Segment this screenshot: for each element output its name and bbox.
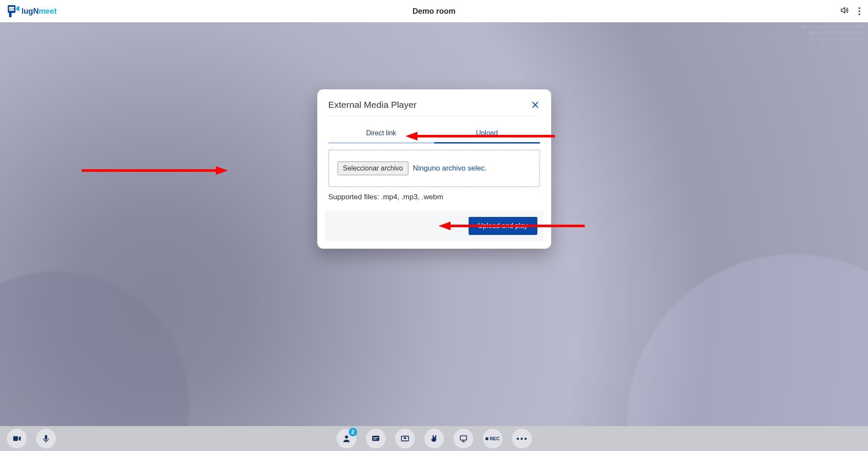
- close-icon[interactable]: [531, 100, 540, 110]
- tab-bar: Direct link Upload: [328, 125, 540, 144]
- file-dropzone[interactable]: Seleccionar archivo Ninguno archivo sele…: [328, 150, 540, 187]
- modal-action-bar: Upload and play: [325, 211, 543, 241]
- tab-direct-link[interactable]: Direct link: [328, 125, 434, 143]
- modal-title: External Media Player: [328, 100, 417, 110]
- file-status-text: Ninguno archivo selec.: [413, 164, 487, 173]
- supported-files-hint: Supported files: .mp4, .mp3, .webm: [328, 193, 540, 201]
- upload-and-play-button[interactable]: Upload and play: [469, 217, 537, 235]
- modal-overlay: External Media Player Direct link Upload…: [0, 0, 868, 451]
- tab-upload[interactable]: Upload: [434, 125, 540, 143]
- choose-file-button[interactable]: Seleccionar archivo: [337, 162, 409, 175]
- external-media-modal: External Media Player Direct link Upload…: [317, 89, 551, 249]
